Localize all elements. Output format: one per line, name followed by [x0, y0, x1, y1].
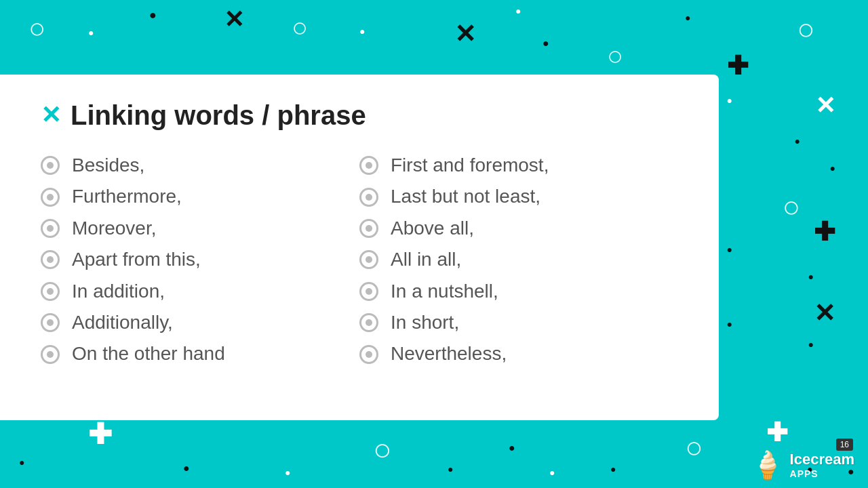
- item-label: Besides,: [72, 153, 144, 178]
- title-row: ✕ Linking words / phrase: [41, 102, 678, 129]
- list-item: All in all,: [359, 247, 678, 272]
- radio-icon: [41, 282, 60, 301]
- item-label: All in all,: [391, 247, 461, 272]
- item-label: Furthermore,: [72, 184, 182, 209]
- radio-icon: [359, 188, 378, 207]
- page-title: Linking words / phrase: [71, 102, 366, 129]
- item-label: On the other hand: [72, 342, 225, 366]
- radio-icon: [41, 345, 60, 364]
- logo-sub: APPS: [790, 468, 854, 479]
- page-number: 16: [836, 439, 853, 451]
- logo-text-block: Icecream APPS: [790, 451, 854, 479]
- list-item: In addition,: [41, 279, 359, 304]
- radio-icon: [359, 282, 378, 301]
- item-label: Above all,: [391, 216, 474, 241]
- logo-app-name: Icecream: [790, 451, 854, 468]
- list-item: Moreover,: [41, 216, 359, 241]
- content-card: ✕ Linking words / phrase Besides, Furthe…: [0, 75, 719, 420]
- item-label: First and foremost,: [391, 153, 549, 178]
- radio-icon: [41, 156, 60, 175]
- radio-icon: [359, 345, 378, 364]
- list-column-right: First and foremost, Last but not least, …: [359, 153, 678, 367]
- list-item: Apart from this,: [41, 247, 359, 272]
- radio-icon: [359, 250, 378, 269]
- radio-icon: [41, 188, 60, 207]
- item-label: Nevertheless,: [391, 342, 507, 366]
- list-item: Furthermore,: [41, 184, 359, 209]
- radio-icon: [359, 313, 378, 332]
- radio-icon: [359, 219, 378, 238]
- item-label: In addition,: [72, 279, 165, 304]
- item-label: Apart from this,: [72, 247, 201, 272]
- radio-icon: [41, 313, 60, 332]
- radio-icon: [359, 156, 378, 175]
- list-columns: Besides, Furthermore, Moreover, Apart fr…: [41, 153, 678, 367]
- logo-icon: 🍦: [751, 449, 785, 481]
- radio-icon: [41, 250, 60, 269]
- list-item: In short,: [359, 310, 678, 335]
- list-item: Nevertheless,: [359, 342, 678, 366]
- title-icon: ✕: [41, 103, 61, 127]
- list-item: Besides,: [41, 153, 359, 178]
- logo: 🍦 Icecream APPS: [751, 449, 854, 481]
- item-label: In short,: [391, 310, 459, 335]
- radio-icon: [41, 219, 60, 238]
- list-item: Last but not least,: [359, 184, 678, 209]
- item-label: Moreover,: [72, 216, 157, 241]
- item-label: Additionally,: [72, 310, 173, 335]
- list-item: In a nutshell,: [359, 279, 678, 304]
- list-item: Above all,: [359, 216, 678, 241]
- list-item: On the other hand: [41, 342, 359, 366]
- list-column-left: Besides, Furthermore, Moreover, Apart fr…: [41, 153, 359, 367]
- list-item: Additionally,: [41, 310, 359, 335]
- item-label: In a nutshell,: [391, 279, 498, 304]
- list-item: First and foremost,: [359, 153, 678, 178]
- item-label: Last but not least,: [391, 184, 540, 209]
